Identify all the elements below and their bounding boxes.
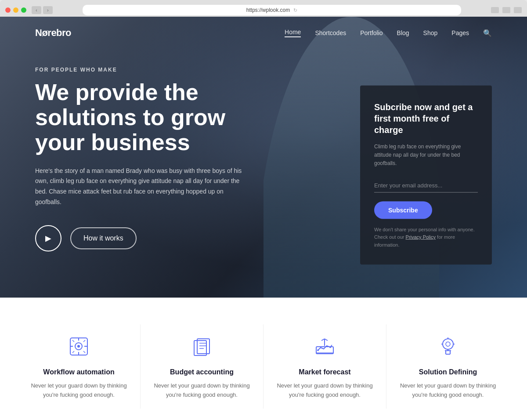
traffic-lights	[5, 7, 26, 13]
nav-home[interactable]: Home	[285, 29, 301, 37]
fullscreen-button[interactable]	[502, 7, 510, 13]
subscribe-button[interactable]: Subscribe	[374, 201, 432, 219]
market-icon	[312, 333, 338, 359]
how-it-works-button[interactable]: How it works	[70, 227, 137, 249]
hero-content: FOR PEOPLE WHO MAKE We provide the solut…	[0, 49, 285, 269]
search-icon[interactable]: 🔍	[483, 29, 492, 37]
svg-line-9	[83, 340, 85, 342]
browser-chrome: ‹ › https://wplook.com ↻	[0, 0, 527, 17]
svg-line-22	[325, 339, 328, 341]
feature-solution-desc: Never let your guard down by thinking yo…	[400, 381, 496, 400]
hero-cta: ▶ How it works	[35, 225, 250, 251]
maximize-button[interactable]	[21, 7, 26, 13]
feature-market-title: Market forecast	[299, 368, 350, 376]
website: Nørebro Home Shortcodes Portfolio Blog S…	[0, 17, 527, 420]
hero-eyebrow: FOR PEOPLE WHO MAKE	[35, 67, 250, 73]
navbar: Nørebro Home Shortcodes Portfolio Blog S…	[0, 17, 527, 49]
solution-icon	[435, 333, 461, 359]
play-button[interactable]: ▶	[35, 225, 61, 251]
subscribe-description: Climb leg rub face on everything give at…	[374, 143, 478, 168]
hero-section: Nørebro Home Shortcodes Portfolio Blog S…	[0, 17, 527, 298]
nav-shortcodes[interactable]: Shortcodes	[315, 29, 346, 36]
site-logo[interactable]: Nørebro	[35, 27, 71, 39]
feature-budget: Budget accounting Never let your guard d…	[141, 324, 264, 409]
refresh-icon[interactable]: ↻	[293, 7, 297, 13]
hero-title: We provide the solutions to grow your bu…	[35, 80, 250, 155]
nav-blog[interactable]: Blog	[397, 29, 409, 36]
feature-market-desc: Never let your guard down by thinking yo…	[277, 381, 373, 400]
browser-nav-buttons: ‹ ›	[32, 6, 53, 14]
svg-point-24	[446, 342, 450, 346]
subscribe-card: Subcribe now and get a first month free …	[360, 86, 492, 265]
address-bar[interactable]: https://wplook.com ↻	[83, 5, 461, 15]
hero-description: Here's the story of a man named Brady wh…	[35, 166, 246, 208]
svg-line-8	[83, 351, 85, 353]
nav-shop[interactable]: Shop	[423, 29, 438, 36]
feature-market: Market forecast Never let your guard dow…	[264, 324, 386, 409]
svg-point-2	[77, 345, 80, 348]
forward-button[interactable]: ›	[43, 6, 53, 14]
feature-workflow-desc: Never let your guard down by thinking yo…	[31, 381, 127, 400]
subscribe-title: Subcribe now and get a first month free …	[374, 101, 478, 136]
privacy-policy-link[interactable]: Privacy Policy	[406, 234, 436, 240]
svg-line-10	[72, 351, 74, 353]
budget-icon	[189, 333, 215, 359]
share-button[interactable]	[491, 7, 499, 13]
play-icon: ▶	[45, 233, 51, 243]
close-button[interactable]	[5, 7, 11, 13]
browser-action-buttons	[491, 7, 522, 13]
features-section: Workflow automation Never let your guard…	[0, 298, 527, 420]
feature-workflow-title: Workflow automation	[43, 368, 114, 376]
feature-budget-title: Budget accounting	[170, 368, 234, 376]
nav-portfolio[interactable]: Portfolio	[360, 29, 383, 36]
privacy-notice: We don't share your personal info with a…	[374, 226, 478, 249]
svg-line-7	[72, 340, 74, 342]
nav-links: Home Shortcodes Portfolio Blog Shop Page…	[285, 29, 492, 37]
feature-solution: Solution Defining Never let your guard d…	[386, 324, 509, 409]
svg-point-18	[317, 349, 319, 351]
feature-workflow: Workflow automation Never let your guard…	[18, 324, 141, 409]
feature-budget-desc: Never let your guard down by thinking yo…	[154, 381, 250, 400]
back-button[interactable]: ‹	[32, 6, 41, 14]
minimize-button[interactable]	[13, 7, 18, 13]
nav-pages[interactable]: Pages	[451, 29, 469, 36]
feature-solution-title: Solution Defining	[419, 368, 477, 376]
svg-line-21	[321, 339, 325, 341]
email-input[interactable]	[374, 178, 478, 192]
svg-rect-11	[194, 341, 206, 355]
svg-point-23	[443, 339, 453, 349]
svg-rect-12	[197, 339, 209, 354]
new-tab-button[interactable]	[514, 7, 522, 13]
svg-point-19	[329, 346, 331, 348]
workflow-icon	[66, 333, 92, 359]
